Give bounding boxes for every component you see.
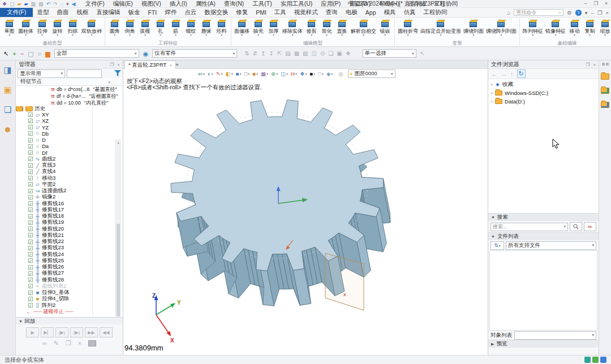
quickbar-tool-icon[interactable]: ▤ [285,50,290,57]
quickbar-tool-icon[interactable]: ⊙ [320,50,325,57]
close-button[interactable]: × [605,1,608,7]
ribbon-button[interactable]: 孔 ▾ [153,18,168,37]
ribbon-button[interactable]: 倒角 ▾ [122,18,137,37]
visibility-checkbox[interactable]: ✓ [28,227,33,231]
shortcut-folder-icon[interactable] [601,73,609,80]
ribbon-tab[interactable]: 点云 [180,8,200,17]
model-stop-marker[interactable]: ← ----- 建模停止 ----- [16,309,123,315]
drive-row[interactable]: > Data(D:) [488,97,599,106]
visibility-checkbox[interactable]: ✓ [28,207,33,212]
feature-tree-item[interactable]: ✓ ╱ 直线3 [16,162,123,168]
ribbon-button[interactable]: 筋 ▾ [168,18,183,37]
menubar-item[interactable]: 插入(I) [166,0,191,7]
ribbon-tab[interactable]: 查询 [322,8,342,17]
feature-tree-item[interactable]: ✓ ╫ 修剪线26 [16,264,123,270]
ribbon-tab[interactable]: 造型 [33,8,53,17]
document-tab[interactable]: * 直齿轮.Z3PRT × [124,60,176,69]
visibility-checkbox[interactable]: ✓ [28,240,33,244]
nav-forward-icon[interactable]: → [501,71,507,77]
app-logo-icon[interactable]: ❖ [2,1,7,7]
new-doc-icon[interactable]: ▢ [10,1,15,7]
settings-gear-icon[interactable]: ⚙ [567,10,572,16]
ribbon-button[interactable]: 螺纹 ▾ [183,18,199,37]
voice-icon[interactable]: ◀ [71,1,75,7]
quickbar-tool-icon[interactable]: ❖ [346,50,351,57]
variable-row[interactable]: π df = d-(ha+..."齿根圆直径" [16,93,123,99]
ribbon-button[interactable]: 移除实体 ▾ [281,18,304,37]
solid-display-icon[interactable]: ■▾ [236,71,242,77]
ribbon-tab[interactable]: 数据交换 [200,8,232,17]
replay-control-button[interactable]: ▶▶ [85,327,98,337]
expander-closed-icon[interactable]: > [490,83,493,86]
viewport[interactable]: x Z Y X * 直齿轮.Z3PRT × [123,60,488,355]
manager-tab-icon[interactable]: ◨ [3,65,11,75]
ribbon-button[interactable]: 圆角 ▾ [107,18,122,37]
panel-close-icon[interactable]: × [593,62,596,67]
ribbon-button[interactable]: 圆柱折弯 ▾ [397,18,419,37]
feature-tree-item[interactable]: ✓ ╫ 修剪线17 [16,207,123,213]
visibility-checkbox[interactable]: ✓ [28,278,33,282]
selection-mode-combo[interactable]: 单一选择▾ [363,49,416,58]
ribbon-button[interactable]: 缩放 ▾ [597,18,611,37]
tree-scrollbar[interactable]: ▴ ▾ [115,140,121,317]
menubar-item[interactable]: 视图(V) [137,0,165,7]
feature-tree-item[interactable]: ✓ ▱ YZ [16,124,123,131]
refresh-view-icon[interactable]: ◌ [61,1,63,7]
feature-tree-item[interactable]: ✓ ■ 拉伸4_切除 [16,296,123,302]
object-filter-combo[interactable]: 仅有零件▾ [152,49,237,58]
ribbon-button[interactable]: 拔模 ▾ [137,18,153,37]
nav-up-icon[interactable]: ↑ [510,71,514,77]
menubar-item[interactable]: 工具(T) [248,0,276,7]
image-capture-icon[interactable]: ▦▾ [261,71,268,77]
ribbon-button[interactable]: 扫掠 ▾ [65,18,80,37]
minimize-button[interactable]: – [584,1,587,7]
history-folder-row[interactable]: ∨ 历史 [16,106,23,111]
ribbon-button[interactable]: 加厚 ▾ [266,18,281,37]
shortcut-folder-parts-icon[interactable] [601,102,609,108]
ribbon-button[interactable]: 双轨放样 ▾ [80,18,103,37]
ribbon-button[interactable]: 简化 ▾ [319,18,334,37]
visibility-checkbox[interactable]: ✓ [28,182,33,187]
replay-control-button[interactable]: ◀◀ [100,327,113,337]
feature-tree-item[interactable]: ✓ ✛ 镜像2 [16,194,123,200]
file-list-area[interactable] [489,250,597,331]
ribbon-close-button[interactable]: × [605,10,609,16]
feature-tree-item[interactable]: ✓ ╫ 修剪线24 [16,252,123,258]
feature-tree-item[interactable]: ✓ ○ Df [16,150,123,156]
visibility-checkbox[interactable]: ✓ [28,284,33,288]
replay-control-button[interactable]: ▶ [26,327,39,337]
feature-tree-item[interactable]: ✓ ↑ 移动3 [16,175,123,181]
menubar-item[interactable]: 实用工具(U) [277,0,317,7]
status-layer-icon[interactable] [600,357,606,363]
visibility-checkbox[interactable]: ✓ [28,252,33,257]
feature-tree-item[interactable]: ✓ ⣿ 阵列2 [16,302,123,309]
menubar-item[interactable]: 文件(F) [81,0,108,7]
ribbon-tab[interactable]: App [362,8,380,17]
print-icon[interactable]: ▥ [31,1,36,7]
ribbon-tab[interactable]: 钣金 [124,8,144,17]
add-select-icon[interactable]: + [12,50,16,58]
menubar-item[interactable]: 查询(N) [220,0,248,7]
ribbon-button[interactable]: 坯料 ▾ [214,18,229,37]
shade-mode-icon[interactable]: ◧▾ [226,71,233,77]
expander-closed-icon[interactable]: > [490,99,493,103]
feature-tree-item[interactable]: ✓ ╫ 修剪线18 [16,213,123,219]
filter-funnel-icon[interactable] [114,70,121,77]
tree-column-header[interactable]: 特征节点 [20,78,42,85]
view-frame-icon[interactable]: ◫▾ [281,71,288,77]
feature-tree-item[interactable]: ✓ ╫ 修剪线16 [16,201,123,207]
replay-section-header[interactable]: ▼ 回放 [16,317,123,324]
wireframe-display-icon[interactable]: □▾ [244,71,250,77]
quickbar-tool-icon[interactable]: ❏ [328,50,333,57]
restore-button[interactable]: ❐ [593,1,598,7]
visibility-checkbox[interactable]: ✓ [28,119,33,123]
visibility-checkbox[interactable]: ✓ [28,265,33,270]
remove-select-icon[interactable]: − [20,50,24,58]
ribbon-tab[interactable]: 模具 [380,8,400,17]
filelist-section-header[interactable]: ▼ 文件列表 [488,232,599,240]
multi-window-icon[interactable]: ❖▾ [300,71,307,77]
feature-tree-item[interactable]: ✓ ╫ 修剪线28 [16,277,123,283]
file-type-combo[interactable]: 所有支持文件▾ [506,241,596,250]
search-input[interactable]: 搜索... ▾ [490,223,568,231]
ribbon-button[interactable]: 镜像特征 ▾ [544,18,567,37]
